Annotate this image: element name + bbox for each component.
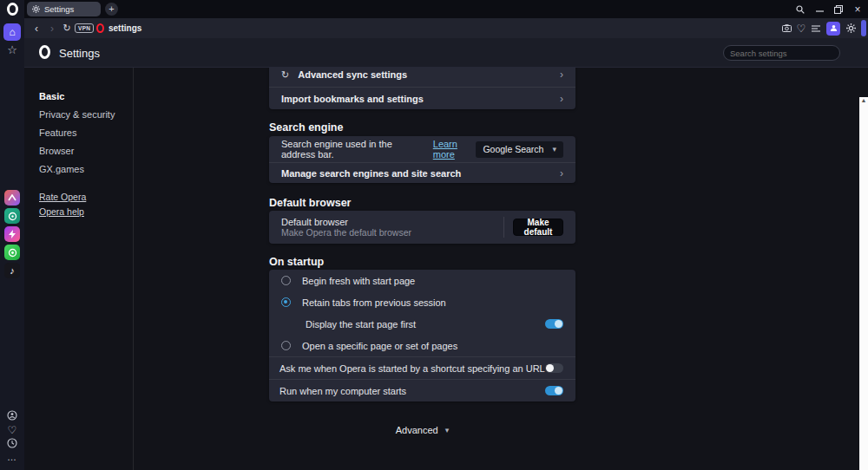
make-default-button[interactable]: Make default — [513, 219, 563, 236]
minimize-button[interactable] — [811, 0, 828, 18]
start-page-home-button[interactable]: ⌂ — [3, 23, 21, 41]
advanced-sync-settings-row[interactable]: ↻ Advanced sync settings › — [269, 68, 575, 87]
scroll-up-arrow[interactable]: ▲ — [859, 97, 868, 104]
option-label: Begin fresh with start page — [302, 276, 563, 286]
search-settings-input[interactable] — [730, 49, 845, 58]
startup-option-row[interactable]: Ask me when Opera is started by a shortc… — [269, 356, 575, 379]
section-heading-search-engine: Search engine — [269, 121, 343, 134]
startup-option-row[interactable]: Run when my computer starts — [269, 379, 575, 401]
selected-engine: Google Search — [483, 144, 552, 154]
radio-checked[interactable] — [281, 297, 291, 307]
default-browser-row: Default browser Make Opera the default b… — [269, 211, 575, 244]
close-window-button[interactable]: × — [849, 0, 866, 18]
back-icon[interactable]: ‹ — [29, 18, 44, 38]
toggle-off[interactable] — [545, 363, 563, 373]
spotify-icon[interactable] — [4, 208, 20, 224]
settings-search[interactable] — [723, 45, 840, 61]
option-label: Retain tabs from previous session — [302, 297, 563, 308]
manage-search-engines-row[interactable]: Manage search engines and site search › — [269, 162, 575, 183]
scrollbar-accent-thumb[interactable] — [861, 20, 866, 36]
settings-page-header: Settings — [24, 38, 868, 68]
chevron-right-icon: › — [560, 167, 563, 180]
caret-down-icon: ▾ — [552, 145, 556, 153]
startup-option-row[interactable]: Begin fresh with start page — [269, 270, 575, 291]
easy-setup-gear-icon[interactable] — [843, 18, 858, 38]
row-label: Advanced sync settings — [298, 69, 560, 80]
tiktok-icon[interactable]: ♪ — [4, 263, 20, 278]
sidebar-item-basic[interactable]: Basic — [39, 91, 64, 101]
settings-content: ↻ Advanced sync settings › Import bookma… — [269, 68, 575, 470]
settings-page: Settings Basic Privacy & security Featur… — [24, 38, 868, 470]
tab-settings[interactable]: Settings — [27, 2, 101, 16]
home-icon: ⌂ — [9, 26, 15, 38]
sidebar-item-gx-games[interactable]: GX.games — [39, 164, 84, 174]
sidebar-item-browser[interactable]: Browser — [39, 146, 74, 156]
aria-icon[interactable] — [4, 190, 20, 206]
opera-favicon — [96, 18, 104, 38]
panels-icon[interactable] — [808, 18, 824, 38]
option-label: Run when my computer starts — [279, 386, 545, 396]
option-label: Open a specific page or set of pages — [302, 341, 563, 351]
whatsapp-icon[interactable] — [4, 245, 20, 260]
row-label: Import bookmarks and settings — [281, 94, 560, 104]
add-bookmark-heart-icon[interactable]: ♡ — [793, 18, 809, 38]
reload-icon[interactable]: ↻ — [59, 18, 75, 38]
nav-divider — [133, 68, 134, 470]
snapshot-camera-icon[interactable] — [779, 18, 794, 38]
learn-more-link[interactable]: Learn more — [433, 139, 477, 160]
sync-import-card: ↻ Advanced sync settings › Import bookma… — [269, 68, 575, 109]
restore-window-button[interactable] — [830, 0, 847, 18]
page-scrollbar[interactable]: ▲ — [859, 97, 868, 470]
address-toolbar: ‹ › ↻ VPN settings ♡ — [24, 18, 868, 38]
person-icon — [830, 24, 838, 32]
chevron-right-icon: › — [560, 93, 563, 105]
sidebar-item-features[interactable]: Features — [39, 127, 76, 138]
section-heading-default-browser: Default browser — [269, 197, 351, 209]
button-divider — [503, 217, 504, 238]
startup-option-row[interactable]: Retain tabs from previous session — [269, 291, 575, 313]
advanced-label: Advanced — [396, 425, 438, 435]
history-clock-icon[interactable] — [0, 438, 24, 448]
startup-option-row[interactable]: Display the start page first — [269, 313, 575, 335]
section-heading-on-startup: On startup — [269, 256, 324, 268]
profile-button[interactable] — [826, 18, 840, 38]
chevron-right-icon: › — [560, 69, 563, 81]
rate-opera-link[interactable]: Rate Opera — [39, 192, 86, 202]
toggle-on[interactable] — [545, 386, 563, 395]
messenger-icon[interactable] — [4, 226, 20, 242]
row-label: Search engine used in the address bar. — [281, 139, 428, 160]
option-label: Display the start page first — [306, 319, 545, 330]
import-bookmarks-row[interactable]: Import bookmarks and settings › — [269, 87, 575, 109]
sidebar-item-privacy-security[interactable]: Privacy & security — [39, 109, 115, 120]
caret-down-icon: ▾ — [445, 426, 450, 434]
search-tabs-icon[interactable] — [792, 0, 809, 18]
more-options-ellipsis-icon[interactable]: … — [0, 452, 24, 462]
sync-icon: ↻ — [281, 69, 289, 81]
option-label: Ask me when Opera is started by a shortc… — [279, 363, 545, 374]
player-profile-icon[interactable] — [0, 410, 24, 421]
default-browser-card: Default browser Make Opera the default b… — [269, 211, 575, 244]
row-title: Default browser — [281, 217, 503, 227]
bookmarks-star-icon[interactable]: ☆ — [0, 43, 24, 56]
row-label: Manage search engines and site search — [281, 168, 560, 179]
page-title: Settings — [59, 47, 100, 60]
advanced-expander[interactable]: Advanced ▾ — [269, 425, 575, 435]
radio-unchecked[interactable] — [281, 341, 291, 350]
new-tab-button[interactable]: + — [105, 3, 118, 16]
address-url[interactable]: settings — [108, 18, 141, 38]
bookmarks-heart-icon[interactable]: ♡ — [0, 424, 24, 436]
row-subtitle: Make Opera the default browser — [281, 227, 503, 238]
toggle-on[interactable] — [545, 319, 563, 329]
forward-icon[interactable]: › — [44, 18, 60, 38]
settings-body: Basic Privacy & security Features Browse… — [24, 68, 868, 470]
on-startup-card: Begin fresh with start page Retain tabs … — [269, 270, 575, 401]
search-engine-select[interactable]: Google Search ▾ — [476, 141, 563, 158]
vpn-badge[interactable]: VPN — [75, 18, 94, 38]
search-engine-card: Search engine used in the address bar. L… — [269, 136, 575, 183]
opera-help-link[interactable]: Opera help — [39, 206, 84, 217]
opera-logo-icon — [39, 45, 50, 59]
startup-option-row[interactable]: Open a specific page or set of pages — [269, 335, 575, 356]
radio-unchecked[interactable] — [281, 276, 291, 285]
tab-title: Settings — [44, 4, 74, 14]
search-engine-row: Search engine used in the address bar. L… — [269, 136, 575, 162]
